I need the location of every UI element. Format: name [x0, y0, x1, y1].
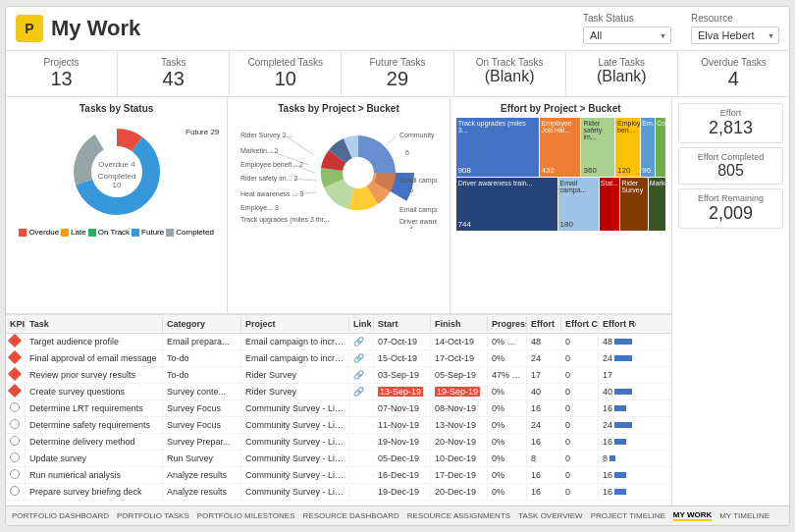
task-status-select[interactable]: All: [583, 27, 671, 44]
td-link: [349, 473, 374, 477]
resource-select[interactable]: Elva Hebert: [691, 27, 779, 44]
td-task: Determine LRT requirements: [26, 401, 163, 415]
td-finish: 20-Dec-19: [431, 485, 488, 499]
tab-project-timeline[interactable]: PROJECT TIMELINE: [591, 511, 665, 520]
task-status-filter: Task Status All: [583, 13, 671, 44]
pbi-logo-letter: P: [25, 21, 33, 36]
tab-portfolio-milestones[interactable]: PORTFOLIO MILESTONES: [197, 511, 295, 520]
td-project: Community Survey - Light Rail P2: [241, 401, 349, 415]
stat-tasks-label: Tasks: [128, 57, 219, 68]
content-area: Tasks by Status Overdue 4 Completed 10: [6, 97, 789, 505]
metric-effort-completed-value: 805: [683, 162, 778, 180]
th-project: Project: [241, 317, 349, 331]
td-eff-rem: 16: [599, 401, 636, 415]
stats-row: Projects 13 Tasks 43 Completed Tasks 10 …: [6, 51, 789, 97]
table-row: Determine delivery method Survey Prepar.…: [6, 434, 671, 451]
td-project: Rider Survey: [241, 385, 349, 399]
metric-effort-remaining-value: 2,009: [683, 203, 778, 224]
svg-line-11: [294, 165, 314, 173]
td-kpi: [6, 451, 26, 466]
legend-late: Late: [61, 228, 86, 237]
donut-svg: Overdue 4 Completed 10: [68, 123, 166, 221]
td-category: To-do: [163, 368, 241, 382]
table-row: Review prior survey results To-do Rider …: [6, 367, 671, 384]
td-kpi: [6, 400, 26, 416]
td-eff-comp: 0: [561, 335, 599, 348]
svg-text:Overdue 4: Overdue 4: [98, 160, 135, 169]
legend-ontrack: On Track: [88, 228, 130, 237]
tab-portfolio-dashboard[interactable]: PORTFOLIO DASHBOARD: [12, 511, 109, 520]
td-kpi: [6, 484, 26, 500]
kpi-circle: [10, 486, 20, 496]
td-progress: 0%: [488, 385, 527, 399]
th-category: Category: [163, 317, 241, 331]
ontrack-color: [88, 229, 96, 237]
metric-effort-remaining: Effort Remaining 2,009: [678, 188, 783, 229]
resource-wrapper[interactable]: Elva Hebert: [691, 26, 779, 44]
pie-slices: [321, 134, 396, 209]
td-eff-comp: 0: [561, 452, 599, 465]
td-task: Create survey questions: [26, 385, 163, 399]
td-project: Community Survey - Light Rail P2: [241, 485, 349, 499]
th-effort-remaining: Effort Remaining: [599, 317, 636, 331]
table-row: Determine LRT requirements Survey Focus …: [6, 400, 671, 417]
task-status-wrapper[interactable]: All: [583, 26, 671, 44]
td-task: Update survey: [26, 452, 163, 465]
td-finish: 19-Sep-19: [431, 385, 488, 399]
td-project: Community Survey - Light Rail P2: [241, 435, 349, 449]
td-project: Community Survey - Light Rail P2: [241, 452, 349, 465]
td-kpi: [6, 467, 26, 483]
th-kpi: KPI: [6, 317, 26, 331]
treemap-cell-9: Stat...: [600, 178, 620, 231]
tab-portfolio-tasks[interactable]: PORTFOLIO TASKS: [117, 511, 189, 520]
kpi-circle: [10, 419, 20, 429]
td-progress: 0%: [488, 485, 527, 499]
td-start: 05-Dec-19: [374, 452, 431, 465]
td-link: 🔗: [349, 351, 374, 365]
overdue-color: [19, 229, 26, 237]
metric-effort-label: Effort: [683, 108, 778, 118]
td-finish: 14-Oct-19: [431, 335, 488, 348]
tab-my-work[interactable]: MY WORK: [673, 510, 712, 521]
kpi-circle: [10, 452, 20, 462]
td-start: 07-Nov-19: [374, 401, 431, 415]
td-effort: 24: [527, 351, 561, 365]
table-header: KPI Task Category Project Link Start Fin…: [6, 315, 671, 334]
stat-late-value: (Blank): [576, 68, 667, 85]
table-row: Create survey questions Survey conte... …: [6, 384, 671, 400]
svg-text:Employee benefi... 2: Employee benefi... 2: [240, 161, 303, 169]
td-kpi: [6, 384, 26, 399]
td-progress: 0%: [488, 435, 527, 449]
tasks-by-project-panel: Tasks by Project > Bucket Rider Survey 2…: [228, 97, 450, 313]
treemap-cell-2: Employee Job Hai... 432: [540, 118, 581, 177]
td-link: [349, 423, 374, 427]
td-eff-rem: 24: [599, 418, 636, 432]
tab-resource-dashboard[interactable]: RESOURCE DASHBOARD: [303, 511, 399, 520]
td-effort: 16: [527, 485, 561, 499]
table-row: Update survey Run Survey Community Surve…: [6, 451, 671, 467]
tab-resource-assignments[interactable]: RESOURCE ASSIGNMENTS: [407, 511, 510, 520]
td-start: 15-Oct-19: [374, 351, 431, 365]
stat-completed-tasks: Completed Tasks 10: [230, 51, 342, 96]
completed-color: [166, 229, 174, 237]
td-eff-rem: 16: [599, 468, 636, 482]
td-effort: 24: [527, 418, 561, 432]
metric-effort-completed: Effort Completed 805: [678, 147, 783, 185]
late-color: [61, 229, 69, 237]
td-start: 19-Nov-19: [374, 435, 431, 449]
tab-my-timeline[interactable]: MY TIMELINE: [719, 511, 769, 520]
svg-line-13: [294, 179, 317, 181]
td-progress: 47%: [488, 368, 527, 382]
tab-task-overview[interactable]: TASK OVERVIEW: [518, 511, 583, 520]
stat-on-track: On Track Tasks (Blank): [454, 51, 566, 96]
td-kpi: [6, 434, 26, 450]
td-eff-comp: 0: [561, 485, 599, 499]
td-category: Survey conte...: [163, 385, 241, 399]
td-start: 03-Sep-19: [374, 368, 431, 382]
td-start: 13-Sep-19: [374, 385, 431, 399]
svg-line-7: [285, 135, 314, 155]
td-category: Survey Focus: [163, 401, 241, 415]
td-effort: 16: [527, 435, 561, 449]
td-effort: 16: [527, 401, 561, 415]
stat-future-label: Future Tasks: [351, 57, 443, 68]
